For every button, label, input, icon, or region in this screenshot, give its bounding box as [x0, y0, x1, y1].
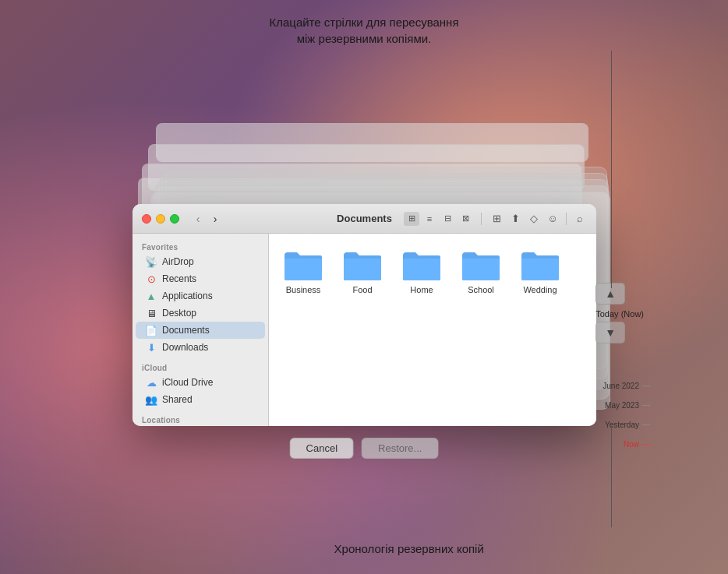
annotation-bottom: Хронологія резервних копій	[334, 541, 484, 557]
locations-header: Locations	[133, 413, 268, 426]
timeline-controls: ▲ Today (Now) ▼	[595, 283, 644, 345]
finder-window: ‹ › Documents ⊞ ≡ ⊟ ⊠ ⊞ ⬆ ◇ ☺ ⌕ Favorite…	[133, 204, 596, 426]
folder-icon-wedding	[520, 248, 560, 282]
folder-icon-home	[401, 248, 442, 282]
sidebar-item-applications[interactable]: ▲ Applications	[136, 287, 265, 305]
gallery-view-button[interactable]: ⊠	[458, 212, 473, 226]
cancel-button[interactable]: Cancel	[290, 438, 354, 459]
folder-item-school[interactable]: School	[456, 243, 506, 299]
folder-item-food[interactable]: Food	[337, 243, 387, 299]
sidebar-item-icloud-drive[interactable]: ☁ iCloud Drive	[136, 374, 265, 391]
down-arrow-button[interactable]: ▼	[595, 322, 625, 343]
icloud-section: iCloud ☁ iCloud Drive 👥 Shared	[133, 361, 268, 408]
timeline-ruler: June 2022 May 2023 Yesterday Now	[595, 382, 650, 460]
folder-label-wedding: Wedding	[523, 285, 557, 294]
timeline-entry-now: Now	[595, 440, 650, 449]
close-button[interactable]	[142, 214, 151, 224]
icloud-drive-icon: ☁	[145, 376, 157, 389]
folder-label-school: School	[468, 285, 494, 294]
sidebar-label-icloud-drive: iCloud Drive	[162, 377, 213, 388]
folder-label-home: Home	[410, 285, 433, 294]
folder-icon-food	[342, 248, 383, 282]
titlebar: ‹ › Documents ⊞ ≡ ⊟ ⊠ ⊞ ⬆ ◇ ☺ ⌕	[133, 204, 596, 234]
timeline-tick-may2023	[642, 405, 650, 406]
share-icon[interactable]: ⬆	[508, 212, 522, 226]
downloads-icon: ⬇	[145, 341, 157, 354]
maximize-button[interactable]	[170, 214, 179, 224]
annotation-top: Клацайте стрілки для пересування між рез…	[269, 14, 458, 47]
sidebar: Favorites 📡 AirDrop ⊙ Recents ▲ Applicat…	[133, 234, 269, 426]
window-title: Documents	[337, 213, 392, 224]
folder-label-business: Business	[286, 285, 321, 294]
annotation-line-top	[611, 51, 612, 288]
applications-icon: ▲	[145, 290, 157, 302]
restore-button[interactable]: Restore...	[362, 438, 438, 459]
list-view-button[interactable]: ≡	[422, 212, 437, 226]
sidebar-label-downloads: Downloads	[162, 342, 208, 353]
forward-button[interactable]: ›	[207, 211, 223, 227]
titlebar-actions: ⊞ ≡ ⊟ ⊠ ⊞ ⬆ ◇ ☺ ⌕	[404, 212, 587, 226]
folder-item-business[interactable]: Business	[278, 243, 328, 299]
sidebar-label-airdrop: AirDrop	[162, 256, 194, 267]
sidebar-item-desktop[interactable]: 🖥 Desktop	[136, 305, 265, 322]
timeline-tick-june2022	[642, 386, 650, 386]
timeline-label-may2023: May 2023	[605, 401, 639, 410]
sidebar-item-airdrop[interactable]: 📡 AirDrop	[136, 253, 265, 270]
folder-item-wedding[interactable]: Wedding	[515, 243, 565, 299]
nav-buttons: ‹ ›	[190, 211, 223, 227]
timeline-entry-yesterday: Yesterday	[595, 421, 650, 429]
folder-item-home[interactable]: Home	[397, 243, 447, 299]
bottom-buttons: Cancel Restore...	[290, 438, 439, 459]
today-label: Today (Now)	[595, 309, 644, 319]
window-body: Favorites 📡 AirDrop ⊙ Recents ▲ Applicat…	[133, 234, 596, 426]
sidebar-label-shared: Shared	[162, 394, 193, 405]
search-icon[interactable]: ⌕	[573, 212, 587, 226]
annotation-line-bottom	[611, 426, 612, 527]
icloud-header: iCloud	[133, 361, 268, 374]
folder-label-food: Food	[352, 285, 372, 294]
minimize-button[interactable]	[156, 214, 165, 224]
airdrop-icon: 📡	[145, 255, 157, 268]
sidebar-label-recents: Recents	[162, 273, 196, 284]
favorites-header: Favorites	[133, 240, 268, 253]
folder-icon-school	[461, 248, 501, 282]
icon-view-button[interactable]: ⊞	[404, 212, 419, 226]
timeline-tick-yesterday	[642, 424, 650, 425]
folder-grid: Business Food	[278, 243, 587, 299]
sidebar-item-documents[interactable]: 📄 Documents	[136, 322, 265, 339]
sidebar-item-downloads[interactable]: ⬇ Downloads	[136, 339, 265, 356]
sidebar-item-recents[interactable]: ⊙ Recents	[136, 270, 265, 287]
emoji-icon[interactable]: ☺	[546, 212, 560, 226]
shared-icon: 👥	[145, 393, 157, 406]
timeline-entry-june2022: June 2022	[595, 382, 650, 390]
desktop-icon: 🖥	[145, 307, 157, 319]
group-icon[interactable]: ⊞	[489, 212, 504, 226]
sidebar-label-applications: Applications	[162, 291, 213, 301]
locations-section: Locations	[133, 413, 268, 426]
sidebar-item-shared[interactable]: 👥 Shared	[136, 391, 265, 408]
back-button[interactable]: ‹	[190, 211, 206, 227]
column-view-button[interactable]: ⊟	[440, 212, 455, 226]
timeline-entry-may2023: May 2023	[595, 401, 650, 410]
separator	[481, 213, 482, 225]
sidebar-label-documents: Documents	[162, 325, 210, 336]
timeline-label-june2022: June 2022	[603, 382, 639, 390]
tag-icon[interactable]: ◇	[527, 212, 541, 226]
documents-icon: 📄	[145, 324, 157, 336]
recents-icon: ⊙	[145, 273, 157, 285]
sidebar-label-desktop: Desktop	[162, 308, 196, 319]
folder-icon-business	[283, 248, 323, 282]
separator2	[566, 213, 567, 225]
view-buttons: ⊞ ≡ ⊟ ⊠	[404, 212, 473, 226]
timeline-label-yesterday: Yesterday	[605, 421, 639, 429]
content-area: Business Food	[269, 234, 596, 426]
timeline-label-now: Now	[624, 440, 639, 449]
timeline-tick-now	[642, 444, 650, 445]
